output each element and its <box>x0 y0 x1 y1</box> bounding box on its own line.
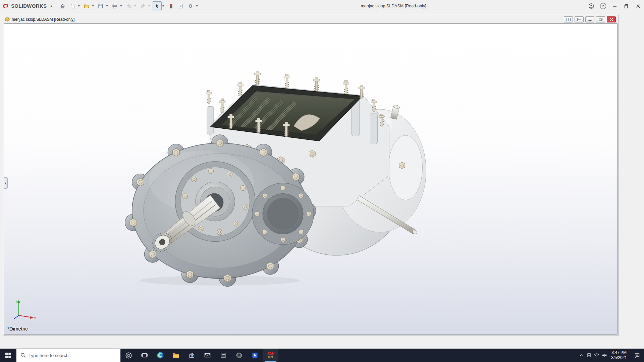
wifi-icon <box>594 353 599 358</box>
doc-tile-vertical-button[interactable] <box>575 16 584 22</box>
system-tray: 3:47 PM 3/5/2021 <box>577 349 644 362</box>
network-button[interactable] <box>593 349 600 362</box>
taskbar-clock[interactable]: 3:47 PM 3/5/2021 <box>608 350 630 360</box>
cortana-button[interactable] <box>121 349 137 362</box>
account-icon <box>588 3 594 9</box>
doc-minimize-button[interactable] <box>585 16 594 22</box>
home-icon <box>60 3 66 9</box>
dassault-3ds-logo-icon <box>3 3 9 9</box>
account-button[interactable] <box>585 0 597 12</box>
open-dropdown[interactable] <box>92 5 94 7</box>
file-properties-button[interactable] <box>176 1 185 10</box>
store-button[interactable] <box>184 349 200 362</box>
gear-icon <box>187 3 194 9</box>
solidworks-icon: SW <box>267 352 274 356</box>
desktop: { "app": { "brand_name": "SOLIDWORKS", "… <box>0 0 644 362</box>
search-icon <box>20 353 26 358</box>
app-close-button[interactable] <box>632 0 644 12</box>
featuremanager-collapsed-tab[interactable] <box>4 177 8 189</box>
mail-icon <box>204 352 211 358</box>
graphics-viewport[interactable]: y x *Dimetric <box>4 23 618 335</box>
app-window-icon <box>220 352 227 359</box>
cortana-icon <box>125 352 132 359</box>
new-document-button[interactable] <box>68 1 77 10</box>
options-button[interactable] <box>186 1 195 10</box>
speaker-icon <box>602 353 607 358</box>
new-document-icon <box>69 3 75 9</box>
close-icon <box>635 3 641 9</box>
doc-minimize-icon <box>588 18 592 21</box>
home-button[interactable] <box>58 1 67 10</box>
clock-time: 3:47 PM <box>611 350 627 355</box>
triad-y-label: y <box>16 300 18 303</box>
print-dropdown[interactable] <box>120 5 122 7</box>
action-center-icon <box>634 353 640 358</box>
save-dropdown[interactable] <box>106 5 108 7</box>
toolbar-expand-arrow[interactable]: ▸ <box>51 4 53 8</box>
save-icon <box>98 3 104 9</box>
clock-date: 3/5/2021 <box>611 355 627 360</box>
movies-app-button[interactable] <box>247 349 263 362</box>
view-orientation-label: *Dimetric <box>7 326 28 331</box>
open-button[interactable] <box>82 1 91 10</box>
windows-taskbar: SW 2021 3:47 PM <box>0 349 644 362</box>
document-window: menjac sklop.SLDASM [Read-only] <box>3 15 619 336</box>
rebuild-button[interactable] <box>167 1 176 10</box>
file-properties-icon <box>178 3 184 9</box>
doc-tile-horizontal-button[interactable] <box>564 16 573 22</box>
file-explorer-icon <box>172 352 180 359</box>
app-restore-button[interactable] <box>621 0 632 12</box>
document-title: menjac sklop.SLDASM [Read-only] <box>12 17 74 22</box>
chevron-left-icon <box>5 182 7 185</box>
tray-app-button[interactable] <box>585 349 593 362</box>
doc-close-button[interactable] <box>607 16 616 22</box>
undo-button[interactable] <box>124 1 133 10</box>
file-explorer-button[interactable] <box>168 349 184 362</box>
doc-restore-button[interactable] <box>596 16 605 22</box>
document-titlebar[interactable]: menjac sklop.SLDASM [Read-only] <box>3 15 618 23</box>
app-minimize-button[interactable] <box>609 0 621 12</box>
edge-icon <box>157 352 164 359</box>
redo-dropdown[interactable] <box>148 5 150 7</box>
undo-icon <box>126 3 132 9</box>
solidworks-taskbar-button[interactable]: SW 2021 <box>263 349 278 362</box>
doc-close-icon <box>609 18 613 21</box>
mail-button[interactable] <box>200 349 215 362</box>
gearbox-3d-model[interactable] <box>4 24 617 334</box>
start-button[interactable] <box>0 349 16 362</box>
chevron-up-icon <box>579 353 583 357</box>
help-button[interactable]: ? <box>597 0 609 12</box>
hidden-icons-button[interactable] <box>577 349 585 362</box>
tile-vertical-icon <box>577 18 581 21</box>
store-icon <box>189 352 195 359</box>
app-titlebar: SOLIDWORKS ▸ <box>0 0 644 12</box>
select-dropdown[interactable] <box>162 5 164 7</box>
save-button[interactable] <box>96 1 105 10</box>
search-input[interactable] <box>29 353 109 358</box>
task-view-icon <box>141 352 148 359</box>
orientation-triad[interactable]: y x <box>12 299 37 321</box>
new-document-dropdown[interactable] <box>78 5 80 7</box>
options-dropdown[interactable] <box>196 5 198 7</box>
rebuild-stoplight-icon <box>168 3 174 9</box>
windows-logo-icon <box>5 353 11 358</box>
doc-restore-icon <box>599 18 603 21</box>
task-view-button[interactable] <box>137 349 152 362</box>
app-circle-icon <box>236 352 243 359</box>
taskbar-search[interactable] <box>16 349 121 362</box>
select-tool-button[interactable] <box>153 1 162 10</box>
pinned-app-window-button[interactable] <box>215 349 231 362</box>
edge-button[interactable] <box>152 349 168 362</box>
print-button[interactable] <box>110 1 119 10</box>
redo-button[interactable] <box>139 1 148 10</box>
minimize-icon <box>612 3 618 9</box>
help-icon: ? <box>600 3 606 9</box>
movies-icon <box>252 352 258 359</box>
tile-horizontal-icon <box>567 18 571 21</box>
action-center-button[interactable] <box>630 353 644 358</box>
volume-button[interactable] <box>600 349 608 362</box>
pinned-app-circle-button[interactable] <box>231 349 247 362</box>
undo-dropdown[interactable] <box>134 5 136 7</box>
print-icon <box>112 3 118 9</box>
side-cover-boss[interactable] <box>252 183 314 245</box>
